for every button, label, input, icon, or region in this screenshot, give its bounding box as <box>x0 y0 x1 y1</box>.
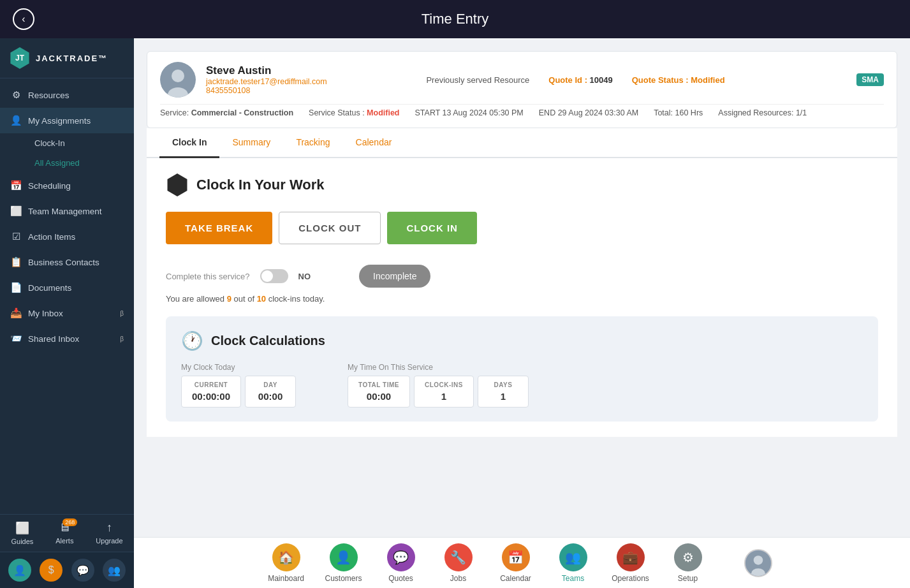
guides-icon: ⬜ <box>15 521 29 535</box>
sidebar-logo: JT JACKTRADE™ <box>0 38 134 78</box>
tab-clock-in[interactable]: Clock In <box>159 128 219 158</box>
profile-meta: Previously served Resource Quote Id : 10… <box>426 75 846 85</box>
upgrade-label: Upgrade <box>96 537 122 545</box>
incomplete-button[interactable]: Incomplete <box>359 265 430 288</box>
sidebar-label-my-inbox: My Inbox <box>28 309 63 318</box>
sidebar-item-shared-inbox[interactable]: 📨 Shared Inbox β <box>0 326 134 351</box>
my-clock-cells: CURRENT 00:00:00 DAY 00:00 <box>181 376 296 408</box>
user-icon-2[interactable]: $ <box>40 559 62 582</box>
calendar-icon: 📅 <box>502 543 530 571</box>
calc-cell-current: CURRENT 00:00:00 <box>181 376 241 408</box>
nav-profile-avatar[interactable] <box>730 549 787 577</box>
previously-served: Previously served Resource <box>426 75 529 85</box>
user-icon-1[interactable]: 👤 <box>8 559 31 582</box>
take-break-button[interactable]: TAKE BREAK <box>166 212 272 244</box>
sidebar-item-my-inbox[interactable]: 📥 My Inbox β <box>0 300 134 326</box>
nav-quotes[interactable]: 💬 Quotes <box>372 543 430 583</box>
profile-info: Steve Austin jacktrade.tester17@rediffma… <box>206 64 416 95</box>
back-button[interactable]: ‹ <box>13 8 34 30</box>
sidebar-bottom-upgrade[interactable]: ↑ Upgrade <box>96 521 122 545</box>
profile-phone: 8435550108 <box>206 86 416 95</box>
sidebar-item-all-assigned[interactable]: All Assigned <box>28 153 134 173</box>
my-service-section: My Time On This Service TOTAL TIME 00:00… <box>348 363 529 408</box>
teams-icon: 👥 <box>559 543 587 571</box>
sidebar-bottom-alerts[interactable]: 🖥 268 Alerts <box>55 521 73 545</box>
avatar <box>160 62 196 98</box>
assigned-resources: Assigned Resources: 1/1 <box>718 108 807 117</box>
sidebar-item-my-assignments[interactable]: 👤 My Assignments <box>0 108 134 133</box>
sidebar-label-shared-inbox: Shared Inbox <box>28 334 79 344</box>
clock-in-section: Clock In Your Work TAKE BREAK CLOCK OUT … <box>147 158 897 437</box>
sidebar-item-clock-in[interactable]: Clock-In <box>28 133 134 153</box>
complete-service-row: Complete this service? NO Incomplete <box>166 265 878 288</box>
alerts-label: Alerts <box>55 537 73 545</box>
clock-in-button[interactable]: CLOCK IN <box>387 212 477 244</box>
sidebar-label-my-assignments: My Assignments <box>28 116 91 126</box>
my-assignments-icon: 👤 <box>10 115 22 126</box>
my-clock-label: My Clock Today <box>181 363 296 372</box>
section-title: Clock In Your Work <box>196 177 324 193</box>
nav-jobs[interactable]: 🔧 Jobs <box>430 543 487 583</box>
profile-email: jacktrade.tester17@rediffmail.com <box>206 77 416 86</box>
my-inbox-icon: 📥 <box>10 307 22 319</box>
calc-cell-day: DAY 00:00 <box>245 376 296 408</box>
team-management-icon: ⬜ <box>10 205 22 217</box>
nav-setup[interactable]: ⚙ Setup <box>659 543 717 583</box>
clock-buttons: TAKE BREAK CLOCK OUT CLOCK IN <box>166 212 878 244</box>
quotes-icon: 💬 <box>387 543 415 571</box>
svg-point-1 <box>172 70 184 82</box>
user-icon-4[interactable]: 👥 <box>103 559 126 582</box>
jobs-icon: 🔧 <box>444 543 473 571</box>
complete-service-label: Complete this service? <box>166 272 250 281</box>
calc-sections: My Clock Today CURRENT 00:00:00 DAY 00:0… <box>181 363 863 408</box>
sidebar-user-icons: 👤 $ 💬 👥 <box>0 552 134 588</box>
end-info: END 29 Aug 2024 03:30 AM <box>539 108 638 117</box>
sidebar-label-documents: Documents <box>28 283 71 293</box>
service-status: Service Status : Modified <box>309 108 399 117</box>
tab-tracking[interactable]: Tracking <box>283 128 342 158</box>
quote-id: Quote Id : 10049 <box>548 75 612 85</box>
profile-service-row: Service: Commercial - Construction Servi… <box>160 104 884 117</box>
action-items-icon: ☑ <box>10 231 22 242</box>
resources-icon: ⚙ <box>10 89 22 101</box>
logo-hex-icon: JT <box>9 47 31 69</box>
profile-top-row: Steve Austin jacktrade.tester17@rediffma… <box>160 62 884 98</box>
nav-teams[interactable]: 👥 Teams <box>545 543 602 583</box>
user-icon-3[interactable]: 💬 <box>71 559 94 582</box>
tab-calendar[interactable]: Calendar <box>343 128 405 158</box>
nav-customers[interactable]: 👤 Customers <box>315 543 372 583</box>
alerts-badge: 268 <box>62 518 77 526</box>
shared-inbox-icon: 📨 <box>10 333 22 344</box>
calc-header: 🕐 Clock Calculations <box>181 330 863 351</box>
tab-summary[interactable]: Summary <box>219 128 283 158</box>
clock-calc-icon: 🕐 <box>181 330 203 351</box>
top-bar: ‹ Time Entry <box>0 0 910 38</box>
sidebar-label-resources: Resources <box>28 91 70 100</box>
nav-calendar[interactable]: 📅 Calendar <box>487 543 545 583</box>
nav-operations[interactable]: 💼 Operations <box>602 543 659 583</box>
sidebar-item-documents[interactable]: 📄 Documents <box>0 275 134 300</box>
sidebar-nav: ⚙ Resources 👤 My Assignments Clock-In Al… <box>0 78 134 514</box>
sidebar-label-action-items: Action Items <box>28 232 75 242</box>
scheduling-icon: 📅 <box>10 180 22 191</box>
sidebar-item-business-contacts[interactable]: 📋 Business Contacts <box>0 249 134 275</box>
sidebar-label-scheduling: Scheduling <box>28 181 71 191</box>
sidebar-label-business-contacts: Business Contacts <box>28 258 99 267</box>
total-info: Total: 160 Hrs <box>654 108 703 117</box>
clock-out-button[interactable]: CLOCK OUT <box>279 212 381 244</box>
content-scroll: Steve Austin jacktrade.tester17@rediffma… <box>134 38 910 537</box>
sidebar-bottom-guides[interactable]: ⬜ Guides <box>11 521 33 545</box>
quote-status: Quote Status : Modified <box>632 75 725 85</box>
my-clock-today-section: My Clock Today CURRENT 00:00:00 DAY 00:0… <box>181 363 296 408</box>
sidebar-item-scheduling[interactable]: 📅 Scheduling <box>0 173 134 198</box>
sidebar-item-resources[interactable]: ⚙ Resources <box>0 82 134 108</box>
section-hex-icon <box>166 173 189 196</box>
nav-mainboard[interactable]: 🏠 Mainboard <box>258 543 315 583</box>
toggle-knob <box>261 270 273 282</box>
toggle-state: NO <box>298 272 311 281</box>
section-header: Clock In Your Work <box>166 173 878 196</box>
complete-service-toggle[interactable] <box>260 269 288 283</box>
sidebar-item-action-items[interactable]: ☑ Action Items <box>0 224 134 249</box>
sidebar-item-team-management[interactable]: ⬜ Team Management <box>0 198 134 224</box>
calc-cell-total-time: TOTAL TIME 00:00 <box>348 376 410 408</box>
